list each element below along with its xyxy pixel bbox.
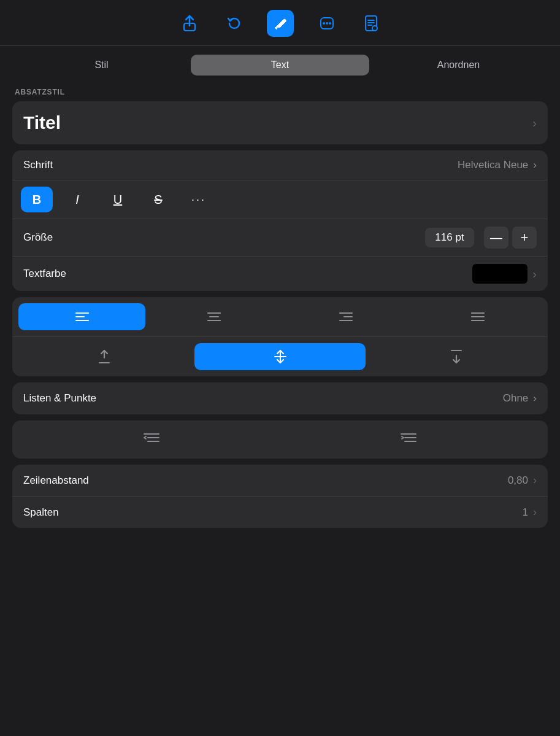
- schrift-label: Schrift: [23, 159, 53, 171]
- align-horiz-row: [12, 297, 548, 337]
- schrift-chevron: ›: [533, 159, 537, 171]
- alignment-card: [12, 297, 548, 376]
- bold-button[interactable]: B: [21, 187, 53, 212]
- size-row: Größe 116 pt — +: [12, 219, 548, 257]
- paragraph-style-row[interactable]: Titel ›: [12, 101, 548, 144]
- align-center-button[interactable]: [150, 303, 277, 330]
- size-increase-button[interactable]: +: [512, 227, 537, 249]
- align-top-button[interactable]: [18, 343, 190, 370]
- indent-card: [12, 420, 548, 459]
- align-justify-button[interactable]: [415, 303, 542, 330]
- align-middle-button[interactable]: [194, 343, 366, 370]
- size-value[interactable]: 116 pt: [425, 228, 474, 247]
- strikethrough-button[interactable]: S: [142, 187, 174, 212]
- textfarbe-chevron: ›: [532, 267, 537, 281]
- paragraph-style-chevron: ›: [532, 116, 537, 130]
- underline-button[interactable]: U: [102, 187, 134, 212]
- tab-anordnen[interactable]: Anordnen: [369, 55, 548, 76]
- zeilenabstand-value: 0,80: [508, 475, 528, 487]
- comment-icon[interactable]: [316, 12, 338, 34]
- share-icon[interactable]: [178, 12, 201, 34]
- textfarbe-row[interactable]: Textfarbe ›: [12, 257, 548, 291]
- undo-icon[interactable]: [223, 12, 245, 34]
- align-right-button[interactable]: [283, 303, 410, 330]
- tab-text[interactable]: Text: [191, 55, 369, 76]
- spalten-row[interactable]: Spalten 1 ›: [12, 497, 548, 528]
- align-bottom-button[interactable]: [370, 343, 542, 370]
- italic-button[interactable]: I: [61, 187, 93, 212]
- indent-decrease-button[interactable]: [129, 430, 174, 449]
- zeilenabstand-label: Zeilenabstand: [23, 475, 508, 487]
- document-icon[interactable]: [360, 12, 382, 34]
- top-toolbar: [0, 0, 560, 46]
- paragraph-style-title: Titel: [23, 112, 61, 133]
- spalten-label: Spalten: [23, 506, 523, 519]
- schrift-row[interactable]: Schrift Helvetica Neue ›: [12, 150, 548, 180]
- svg-point-1: [323, 22, 325, 25]
- spacing-card: Zeilenabstand 0,80 › Spalten 1 ›: [12, 465, 548, 528]
- tab-stil[interactable]: Stil: [12, 55, 191, 76]
- svg-point-10: [373, 26, 377, 30]
- svg-point-2: [326, 22, 328, 25]
- more-formats-button[interactable]: ···: [183, 187, 215, 212]
- spalten-chevron: ›: [533, 506, 537, 519]
- schrift-value: Helvetica Neue ›: [458, 159, 537, 171]
- listen-value: Ohne ›: [503, 392, 537, 405]
- indent-increase-button[interactable]: [386, 430, 431, 449]
- markup-icon[interactable]: [267, 10, 294, 37]
- align-left-button[interactable]: [18, 303, 145, 330]
- size-label: Größe: [23, 231, 425, 244]
- size-decrease-button[interactable]: —: [484, 227, 508, 249]
- listen-label: Listen & Punkte: [23, 392, 96, 405]
- textfarbe-swatch: [472, 264, 527, 284]
- zeilenabstand-chevron: ›: [533, 474, 537, 487]
- format-buttons-row: B I U S ···: [12, 180, 548, 219]
- tabs-row: Stil Text Anordnen: [0, 46, 560, 82]
- align-vert-row: [12, 337, 548, 376]
- spalten-value: 1: [523, 506, 528, 519]
- absatzstil-label: ABSATZSTIL: [12, 88, 548, 96]
- textfarbe-label: Textfarbe: [23, 268, 472, 280]
- main-content: ABSATZSTIL Titel › Schrift Helvetica Neu…: [0, 82, 560, 546]
- font-format-card: Schrift Helvetica Neue › B I U S ··· Grö…: [12, 150, 548, 291]
- zeilenabstand-row[interactable]: Zeilenabstand 0,80 ›: [12, 465, 548, 497]
- listen-row[interactable]: Listen & Punkte Ohne ›: [12, 382, 548, 414]
- svg-point-3: [329, 22, 331, 25]
